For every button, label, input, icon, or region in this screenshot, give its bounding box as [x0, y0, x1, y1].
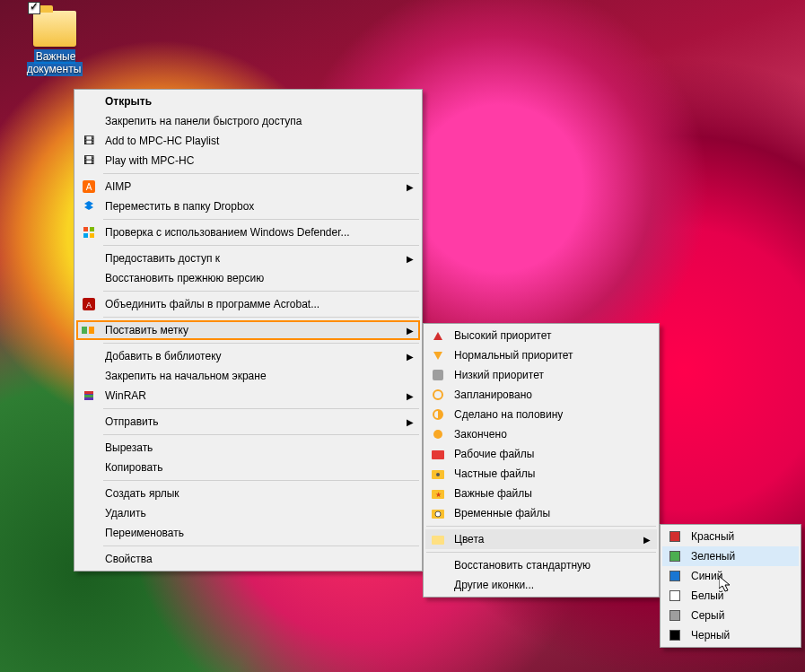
desktop-folder-label: Важные документы: [27, 49, 83, 76]
mpc-icon: 🎞: [80, 153, 98, 168]
swatch-black-icon: [666, 628, 684, 642]
folder-star-icon: ★: [429, 486, 447, 501]
mpc-icon: 🎞: [80, 134, 98, 148]
menu-separator: [103, 343, 419, 344]
planned-icon: [429, 388, 447, 402]
menu-add-mpc-playlist[interactable]: 🎞Add to MPC-HC Playlist: [76, 131, 420, 151]
menu-separator: [103, 317, 419, 318]
svg-rect-19: [432, 450, 444, 459]
menu-copy[interactable]: Копировать: [76, 458, 420, 477]
menu-cut[interactable]: Вырезать: [76, 438, 420, 458]
priority-low-icon: [429, 368, 447, 382]
submenu-tags: Высокий приоритет Нормальный приоритет Н…: [423, 323, 660, 598]
done-icon: [429, 427, 447, 441]
submenu-arrow-icon: ▶: [404, 352, 416, 362]
svg-rect-11: [89, 327, 94, 334]
color-gray[interactable]: Серый: [662, 606, 799, 625]
tag-colors[interactable]: Цвета▶: [425, 529, 657, 549]
svg-rect-26: [432, 536, 444, 545]
menu-add-library[interactable]: Добавить в библиотеку▶: [76, 346, 420, 366]
swatch-red-icon: [666, 529, 684, 544]
svg-rect-5: [90, 227, 94, 231]
tag-work-files[interactable]: Рабочие файлы: [425, 444, 657, 464]
folder-lock-icon: [429, 467, 447, 481]
mouse-cursor-icon: [719, 576, 733, 594]
swatch-blue-icon: [666, 569, 684, 583]
svg-text:A: A: [86, 182, 92, 192]
menu-separator: [103, 434, 419, 435]
tag-other-icons[interactable]: Другие иконки...: [425, 575, 657, 595]
menu-restore-previous[interactable]: Восстановить прежнюю версию: [76, 268, 420, 288]
svg-rect-10: [82, 327, 87, 334]
tag-private-files[interactable]: Частные файлы: [425, 464, 657, 484]
menu-separator: [103, 219, 419, 220]
defender-icon: [80, 225, 98, 240]
menu-share-access[interactable]: Предоставить доступ к▶: [76, 249, 420, 268]
tag-high-priority[interactable]: Высокий приоритет: [425, 326, 657, 345]
svg-point-21: [436, 473, 440, 476]
tag-temp-files[interactable]: Временные файлы: [425, 503, 657, 523]
tag-restore-default[interactable]: Восстановить стандартную: [425, 555, 657, 575]
submenu-arrow-icon: ▶: [404, 326, 416, 336]
tag-planned[interactable]: Запланировано: [425, 385, 657, 405]
acrobat-icon: A: [80, 297, 98, 311]
menu-rename[interactable]: Переименовать: [76, 523, 420, 543]
menu-separator: [103, 245, 419, 246]
menu-separator: [103, 480, 419, 481]
menu-separator: [103, 408, 419, 409]
submenu-arrow-icon: ▶: [404, 254, 416, 264]
menu-dropbox[interactable]: Переместить в папку Dropbox: [76, 196, 420, 216]
svg-point-18: [433, 430, 442, 439]
menu-create-shortcut[interactable]: Создать ярлык: [76, 484, 420, 503]
menu-set-tag[interactable]: Поставить метку▶: [76, 320, 420, 340]
svg-rect-15: [433, 370, 443, 380]
color-red[interactable]: Красный: [662, 527, 799, 546]
menu-winrar[interactable]: WinRAR▶: [76, 386, 420, 406]
menu-play-mpc[interactable]: 🎞Play with MPC-HC: [76, 151, 420, 170]
folder-clock-icon: [429, 506, 447, 520]
tag-important-files[interactable]: ★Важные файлы: [425, 484, 657, 503]
aimp-icon: A: [80, 179, 98, 194]
menu-pin-start[interactable]: Закрепить на начальном экране: [76, 366, 420, 386]
svg-rect-14: [84, 395, 93, 397]
swatch-gray-icon: [666, 608, 684, 623]
winrar-icon: [80, 388, 98, 403]
desktop-folder-important-docs[interactable]: Важные документы: [20, 11, 90, 75]
color-black[interactable]: Черный: [662, 625, 799, 645]
svg-rect-4: [83, 227, 88, 231]
svg-rect-7: [90, 233, 94, 238]
menu-separator: [103, 545, 419, 546]
menu-separator: [103, 173, 419, 174]
checkbox-icon: [28, 2, 40, 14]
menu-separator: [426, 552, 656, 553]
tag-half-done[interactable]: Сделано на половину: [425, 405, 657, 424]
svg-rect-6: [83, 233, 88, 238]
menu-properties[interactable]: Свойства: [76, 549, 420, 569]
dropbox-icon: [80, 199, 98, 214]
submenu-arrow-icon: ▶: [404, 417, 416, 427]
menu-open[interactable]: Открыть: [76, 92, 420, 111]
folder-red-icon: [429, 447, 447, 461]
tag-icon: [80, 323, 98, 337]
menu-pin-quick-access[interactable]: Закрепить на панели быстрого доступа: [76, 111, 420, 131]
svg-rect-13: [84, 391, 93, 394]
svg-text:★: ★: [435, 491, 442, 499]
menu-delete[interactable]: Удалить: [76, 503, 420, 523]
menu-aimp[interactable]: AAIMP▶: [76, 177, 420, 196]
tag-done[interactable]: Закончено: [425, 424, 657, 444]
menu-separator: [103, 291, 419, 292]
menu-send-to[interactable]: Отправить▶: [76, 412, 420, 432]
half-done-icon: [429, 407, 447, 422]
tag-normal-priority[interactable]: Нормальный приоритет: [425, 345, 657, 365]
color-green[interactable]: Зеленый: [662, 546, 799, 566]
swatch-white-icon: [666, 589, 684, 603]
context-menu: Открыть Закрепить на панели быстрого дос…: [74, 89, 423, 572]
svg-marker-3: [84, 205, 93, 210]
menu-windows-defender[interactable]: Проверка с использованием Windows Defend…: [76, 223, 420, 242]
submenu-arrow-icon: ▶: [404, 391, 416, 401]
tag-low-priority[interactable]: Низкий приоритет: [425, 365, 657, 385]
palette-icon: [429, 532, 447, 546]
priority-normal-icon: [429, 348, 447, 362]
svg-point-25: [435, 511, 441, 517]
menu-acrobat-combine[interactable]: AОбъединить файлы в программе Acrobat...: [76, 294, 420, 314]
